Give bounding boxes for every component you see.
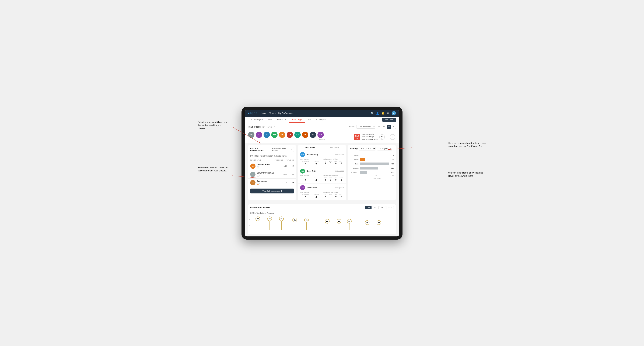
streak-bubble-6: 4x xyxy=(325,219,330,223)
streak-bubble-10: 3x xyxy=(376,220,381,225)
streaks-card: Best Round Streaks OTT APP ARG PUTT Off … xyxy=(248,204,396,234)
player-avatar-3[interactable]: JC xyxy=(264,132,270,138)
player-avatar-1[interactable]: RB xyxy=(248,132,254,138)
lb-table-header: PLAYER NAME PB SCORE PB AVG SQ xyxy=(248,158,296,162)
streak-filter-app[interactable]: APP xyxy=(372,206,378,209)
tablet-frame: clippd Home Teams My Performance 🔍 👤 🔔 ⚙… xyxy=(242,107,402,240)
nav-link-teams[interactable]: Teams xyxy=(269,111,276,115)
avatar-icon[interactable]: A xyxy=(392,111,396,115)
streaks-chart-area: 6 4 7x 6x xyxy=(248,215,396,234)
lb-row-1[interactable]: RB Richard Butler 🥇 19/20 110 xyxy=(248,162,296,170)
team-header: Team Clippd | 14 Players ✏ Show: Last 3 … xyxy=(245,123,399,131)
bell-icon[interactable]: 🔔 xyxy=(382,112,384,115)
lb-avatar-1: RB xyxy=(250,164,256,169)
person-icon[interactable]: 👤 xyxy=(376,112,379,115)
bar-fill-eagles xyxy=(360,154,360,157)
nav-links: Home Teams My Performance xyxy=(261,111,294,115)
streak-bubble-5: 5x xyxy=(304,218,309,222)
scoring-card: Scoring Par 3, 4 & 5s Par 3s Par 4s Par … xyxy=(348,145,396,200)
lb-row-2[interactable]: EC Edward Crossman 🥈 2 18/20 107 xyxy=(248,170,296,178)
streak-filter-arg[interactable]: ARG xyxy=(379,206,386,209)
streak-bubble-1: 7x xyxy=(256,216,260,221)
shot-circle-1: 16 yds xyxy=(379,134,385,140)
nav-icons: 🔍 👤 🔔 ⚙ A xyxy=(371,111,396,115)
streak-bubble-2: 6x xyxy=(268,216,272,221)
streak-point-2: 6x xyxy=(268,216,272,230)
streaks-subtitle: Off The Tee, Fairway Accuracy xyxy=(248,211,396,215)
player-avatar-4[interactable]: BM xyxy=(271,132,278,138)
activity-tabs: Most Active Least Active xyxy=(298,145,346,150)
nav-link-performance[interactable]: My Performance xyxy=(278,111,294,115)
subnav-hcaps[interactable]: Hcaps 1-5 xyxy=(275,117,289,123)
grid-small-icon[interactable]: ⊞ xyxy=(377,125,381,129)
player-act-name-3: Josh Coles xyxy=(306,187,334,189)
streak-bubble-7: 4x xyxy=(337,219,341,223)
player-act-avatar-2: RB xyxy=(300,169,305,173)
streak-stem-6 xyxy=(327,223,327,230)
scoring-title: Scoring xyxy=(350,148,358,150)
show-label: Show: xyxy=(349,126,354,128)
edit-icon[interactable]: ✏ xyxy=(274,126,276,128)
streak-stem-1 xyxy=(258,221,258,230)
player-avatar-7[interactable]: AS xyxy=(294,132,301,138)
streak-point-3: 6x xyxy=(279,216,284,230)
player-act-header-1: BM Blair McHarg 26 Aug 2023 xyxy=(300,152,344,157)
bar-row-eagles: Eagles 3 xyxy=(350,154,394,157)
player-avatar-6[interactable]: TH xyxy=(287,132,293,138)
annotation-top-left: Select a practice drill and see the lead… xyxy=(198,121,229,130)
player-avatar-10[interactable]: LN xyxy=(318,132,324,138)
tab-least-active[interactable]: Least Active xyxy=(322,145,346,150)
activity-card: Most Active Least Active BM Blair McHarg… xyxy=(298,145,346,200)
streak-bubble-3: 6x xyxy=(279,216,284,221)
show-select[interactable]: Last 3 months Last 6 months This year xyxy=(356,125,375,129)
bar-row-pars: Pars 499 xyxy=(350,163,394,165)
lb-row-3[interactable]: CM Cameron... 🥉 3 17/20 103 xyxy=(248,178,296,187)
nav-link-home[interactable]: Home xyxy=(261,111,266,115)
streak-point-7: 4x xyxy=(337,219,341,230)
streak-bubble-8: 4x xyxy=(347,219,352,223)
streak-point-9: 3x xyxy=(365,220,370,230)
y-axis-label-mid: 4 xyxy=(249,225,250,226)
streaks-header: Best Round Streaks OTT APP ARG PUTT xyxy=(248,204,396,211)
shot-circle-2: 0 yds xyxy=(390,134,395,140)
search-icon[interactable]: 🔍 xyxy=(371,112,374,115)
subnav-pgat[interactable]: PGAT Players xyxy=(248,117,266,123)
bar-row-dbogeys: D. Bogeys + 131 xyxy=(350,171,394,174)
scoring-filter-par[interactable]: Par 3, 4 & 5s Par 3s Par 4s Par 5s xyxy=(359,147,376,151)
player-act-date-3: 26 Aug 2023 xyxy=(335,187,344,188)
grid-line-1 xyxy=(252,220,394,220)
grid-large-icon[interactable]: ⊟ xyxy=(382,125,386,129)
streak-point-6: 4x xyxy=(325,219,330,230)
streaks-section: Best Round Streaks OTT APP ARG PUTT Off … xyxy=(245,202,399,236)
streak-filter-ott[interactable]: OTT xyxy=(365,206,372,209)
subnav-all-players[interactable]: All Players xyxy=(314,117,328,123)
subnav-pga[interactable]: PGA xyxy=(266,117,275,123)
leaderboard-header: Practice Leaderboards PUTT Must Make Put… xyxy=(248,145,296,154)
player-act-avatar-1: BM xyxy=(300,152,305,157)
streaks-title: Best Round Streaks xyxy=(250,206,270,209)
activity-item-2: RB Rees Britt 02 Sep 2023 Total Rounds T… xyxy=(298,167,346,183)
filter-icon[interactable]: ⇅ xyxy=(392,125,396,129)
streaks-filter-btns: OTT APP ARG PUTT xyxy=(365,206,394,209)
subnav-tour[interactable]: Tour xyxy=(305,117,314,123)
tab-most-active[interactable]: Most Active xyxy=(298,145,322,150)
subnav-team-clippd[interactable]: Team Clippd xyxy=(289,117,305,123)
streak-stem-9 xyxy=(367,225,367,230)
annotation-top-right: Here you can see how the team have score… xyxy=(448,142,486,148)
scoring-filter-players[interactable]: All Players xyxy=(377,147,392,151)
player-avatar-5[interactable]: RB xyxy=(279,132,285,138)
annotation-bottom-right: You can also filter to show just one pla… xyxy=(448,171,486,177)
player-avatar-9[interactable]: DM xyxy=(310,132,316,138)
drill-selector[interactable]: PUTT Must Make Putting ▾ xyxy=(271,147,294,152)
streak-bubble-9: 3x xyxy=(365,220,370,225)
player-avatar-2[interactable]: EC xyxy=(256,132,262,138)
list-icon[interactable]: ☰ xyxy=(387,125,391,129)
streak-filter-putt[interactable]: PUTT xyxy=(386,206,394,209)
settings-icon[interactable]: ⚙ xyxy=(387,112,389,115)
player-avatar-8[interactable]: PK xyxy=(302,132,308,138)
view-full-leaderboard-button[interactable]: View Full Leaderboard xyxy=(250,188,294,193)
add-team-button[interactable]: Add Team xyxy=(382,118,396,122)
activity-item-3: JC Josh Coles 26 Aug 2023 Total Rounds T… xyxy=(298,183,346,200)
streak-stem-2 xyxy=(270,221,270,230)
act-stats-row-2: Total Rounds Tournament 8 Practice 4 xyxy=(300,175,344,181)
